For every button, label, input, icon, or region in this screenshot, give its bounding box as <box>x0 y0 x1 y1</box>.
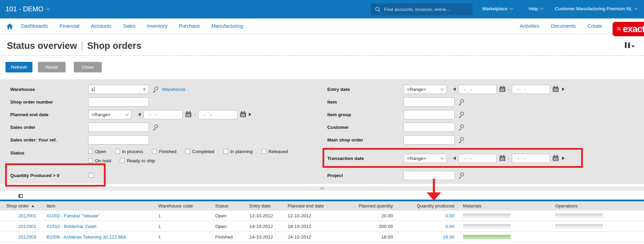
checkbox-open[interactable] <box>88 149 93 154</box>
shop-order-link[interactable]: 2012001 <box>18 213 36 218</box>
chevron-down-icon <box>441 87 444 91</box>
column-header-item[interactable]: Item <box>44 203 157 208</box>
magnifier-icon[interactable] <box>460 99 464 103</box>
quantity-produced-link[interactable]: 0.00 <box>446 213 454 218</box>
checkbox-on-hold[interactable] <box>88 158 93 163</box>
calendar-icon[interactable] <box>499 87 505 92</box>
status-value: Finished <box>215 234 233 240</box>
column-header-quantity-produced[interactable]: Quantity produced <box>394 203 455 208</box>
global-search-input[interactable]: Find accounts, invoices, entrie... <box>371 3 472 15</box>
nav-item-sales[interactable]: Sales <box>123 23 135 29</box>
column-header-warehouse-code[interactable]: Warehouse code <box>157 203 214 208</box>
shop-order-link[interactable]: 2012002 <box>18 224 36 229</box>
customer-input[interactable] <box>403 123 455 132</box>
nav-item-manufacturing[interactable]: Manufacturing <box>211 23 243 29</box>
refresh-button[interactable]: Refresh <box>5 62 32 72</box>
marketplace-menu[interactable]: Marketplace <box>482 6 512 11</box>
planned-end-date-from-input[interactable]: - - <box>143 110 183 119</box>
date-range-dash: - <box>194 112 196 117</box>
page-title-primary: Status overview <box>7 41 77 51</box>
warehouse-label: Warehouse <box>10 85 35 94</box>
chevron-down-icon <box>634 6 638 10</box>
column-header-planned-quantity[interactable]: Planned quantity <box>344 203 394 208</box>
exact-logo[interactable]: = exact <box>613 22 644 36</box>
item-link[interactable]: A1002 - Fietskar "Veluwe" <box>46 213 100 218</box>
reset-button[interactable]: Reset <box>38 62 66 72</box>
chevron-down-icon <box>540 6 543 10</box>
planned-end-date-to-input[interactable]: - - <box>198 110 237 119</box>
magnifier-icon[interactable] <box>460 173 464 176</box>
item-input[interactable] <box>403 97 455 107</box>
shop-order-number-input[interactable] <box>88 97 149 107</box>
quantity-produced-link[interactable]: 0.00 <box>446 224 454 229</box>
magnifier-icon[interactable] <box>460 137 464 141</box>
filter-collapse-bar[interactable] <box>0 186 644 191</box>
calendar-icon[interactable] <box>240 112 246 117</box>
sales-order-ref-input[interactable] <box>88 135 149 145</box>
sales-order-input[interactable] <box>88 123 149 132</box>
checkbox-completed[interactable] <box>185 149 190 154</box>
nav-item-inventory[interactable]: Inventory <box>147 23 167 29</box>
chevron-down-icon <box>125 112 129 116</box>
calendar-icon[interactable] <box>553 87 559 92</box>
next-period-arrow[interactable] <box>249 113 251 116</box>
item-group-input[interactable] <box>403 110 455 119</box>
nav-item-purchase[interactable]: Purchase <box>179 23 200 29</box>
main-shop-order-input[interactable] <box>403 135 455 145</box>
previous-period-arrow[interactable] <box>453 87 456 91</box>
warehouse-code-link[interactable]: 1 <box>158 224 161 229</box>
nav-item-activities[interactable]: Activities <box>520 23 539 29</box>
entry-date-range-select[interactable]: <Range> <box>403 85 447 94</box>
nav-item-create[interactable]: Create <box>588 23 603 29</box>
entry-date-to-input[interactable]: - - <box>512 85 550 94</box>
entry-date-from-input[interactable]: - - <box>458 85 497 94</box>
item-link[interactable]: A1010 - Bolderkar Zwart <box>46 224 96 229</box>
sales-order-ref-label: Sales order: Your ref. <box>10 135 57 145</box>
exact-logo-mark: = <box>617 25 621 33</box>
checkbox-finished[interactable] <box>152 149 157 154</box>
company-selector[interactable]: 101 - DEMO <box>5 5 49 13</box>
warehouse-input[interactable]: 1 <box>88 85 149 94</box>
column-header-shop-order[interactable]: Shop order <box>0 203 44 208</box>
close-button[interactable]: Close <box>74 62 102 72</box>
nav-item-dashboards[interactable]: Dashboards <box>21 23 48 29</box>
help-menu[interactable]: Help <box>529 6 543 11</box>
customize-menu-button[interactable] <box>625 42 635 48</box>
column-header-materials[interactable]: Materials <box>455 203 547 208</box>
nav-item-financial[interactable]: Financial <box>59 23 79 29</box>
user-account-menu[interactable]: Customer Manufacturing Premium NL <box>555 6 637 11</box>
item-link[interactable]: B1008 - Achteras Tekening 30.122.684 <box>46 234 126 240</box>
warehouse-code-link[interactable]: 1 <box>158 234 161 240</box>
operations-progress-bar <box>555 214 603 218</box>
checkbox-in-process[interactable] <box>115 149 120 154</box>
quantity-produced-link[interactable]: 16.00 <box>443 234 454 240</box>
home-button[interactable] <box>6 23 13 31</box>
planned-end-date-range-select[interactable]: <Range> <box>88 110 132 119</box>
customer-label: Customer <box>327 123 349 132</box>
next-period-arrow[interactable] <box>562 87 565 91</box>
magnifier-icon[interactable] <box>460 124 464 128</box>
shop-order-link[interactable]: 2012003 <box>18 234 36 240</box>
column-header-operations[interactable]: Operations <box>547 203 644 208</box>
magnifier-icon[interactable] <box>460 112 464 116</box>
nav-item-accounts[interactable]: Accounts <box>91 23 111 29</box>
warehouse-code-link[interactable]: 1 <box>158 213 161 218</box>
project-input[interactable] <box>403 171 455 180</box>
magnifier-icon[interactable] <box>154 124 158 128</box>
column-header-status[interactable]: Status <box>214 203 248 208</box>
column-header-planned-end-date[interactable]: Planned end date <box>286 203 344 208</box>
column-header-entry-date[interactable]: Entry date <box>248 203 286 208</box>
sort-ascending-icon <box>31 205 34 207</box>
pin-icon[interactable] <box>18 194 23 198</box>
calendar-icon[interactable] <box>186 112 191 117</box>
warehouse-link[interactable]: Warehouse <box>162 85 186 94</box>
checkbox-released[interactable] <box>262 149 266 154</box>
annotation-box-transaction-date <box>323 148 583 168</box>
annotation-arrow-head <box>427 192 441 201</box>
clear-icon[interactable] <box>143 87 146 92</box>
checkbox-in-planning[interactable] <box>223 149 228 154</box>
previous-period-arrow[interactable] <box>138 113 141 116</box>
magnifier-icon[interactable] <box>154 86 158 90</box>
checkbox-ready-to-ship[interactable] <box>120 158 125 163</box>
nav-item-documents[interactable]: Documents <box>551 23 576 29</box>
